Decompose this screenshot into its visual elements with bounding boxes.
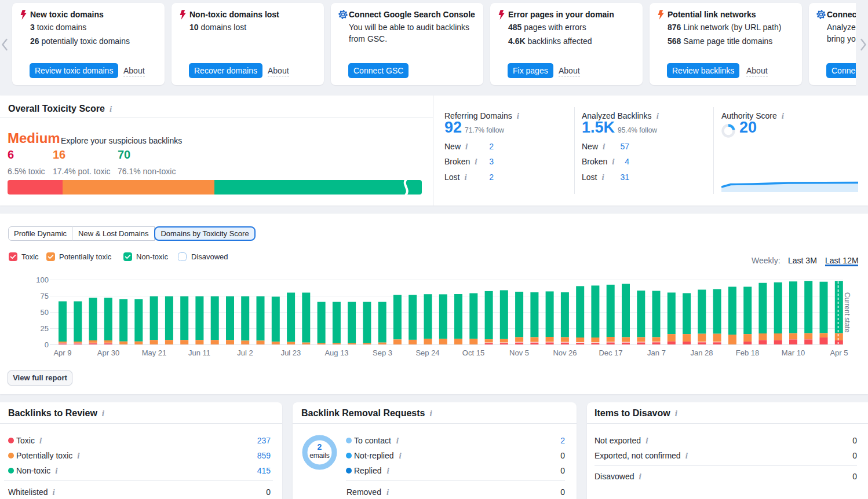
svg-text:50: 50 (41, 308, 49, 317)
svg-text:May 21: May 21 (142, 348, 167, 357)
svg-text:Jul 23: Jul 23 (281, 348, 301, 357)
svg-text:Apr 9: Apr 9 (53, 348, 71, 357)
svg-text:Jan 28: Jan 28 (690, 348, 713, 357)
svg-text:Nov 5: Nov 5 (509, 348, 529, 357)
svg-text:0: 0 (45, 340, 49, 349)
svg-text:Jul 2: Jul 2 (237, 348, 253, 357)
svg-text:Jan 7: Jan 7 (647, 348, 666, 357)
svg-text:Apr 30: Apr 30 (97, 348, 119, 357)
svg-text:Oct 15: Oct 15 (462, 348, 484, 357)
svg-text:100: 100 (36, 276, 49, 284)
svg-text:Aug 13: Aug 13 (324, 348, 348, 357)
svg-text:Feb 18: Feb 18 (736, 348, 759, 357)
svg-text:Mar 10: Mar 10 (782, 348, 805, 357)
svg-text:75: 75 (41, 292, 49, 300)
svg-text:Nov 26: Nov 26 (553, 348, 577, 357)
svg-text:25: 25 (41, 324, 49, 333)
svg-text:Apr 5: Apr 5 (830, 348, 848, 357)
svg-text:Dec 17: Dec 17 (599, 348, 622, 357)
svg-text:Sep 24: Sep 24 (415, 348, 439, 357)
svg-text:Jun 11: Jun 11 (188, 348, 210, 357)
svg-text:Sep 3: Sep 3 (373, 348, 392, 357)
